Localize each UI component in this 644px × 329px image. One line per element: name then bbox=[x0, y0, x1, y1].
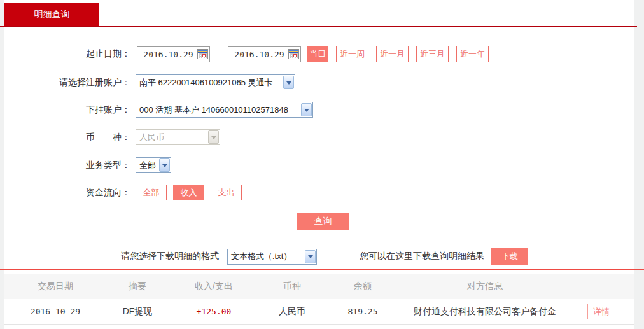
download-button-label: 下载 bbox=[501, 251, 518, 262]
download-format-label: 请您选择下载明细的格式 bbox=[121, 251, 219, 262]
sub-account-row: 下挂账户： 000 活期 基本户 1406600101102571848 bbox=[0, 102, 313, 118]
fund-flow-all-button[interactable]: 全部 bbox=[136, 185, 167, 200]
fund-flow-expense-button[interactable]: 支出 bbox=[211, 185, 242, 200]
chevron-down-icon bbox=[305, 250, 316, 263]
currency-select: 人民币 bbox=[136, 129, 220, 145]
header-counterparty: 对方信息 bbox=[401, 281, 569, 292]
header-balance: 余额 bbox=[325, 281, 401, 292]
chevron-down-icon bbox=[283, 76, 294, 89]
currency-value: 人民币 bbox=[136, 132, 220, 143]
business-type-row: 业务类型： 全部 bbox=[0, 157, 171, 173]
cell-amount: +125.00 bbox=[168, 307, 260, 316]
quick-range-week-button[interactable]: 近一周 bbox=[336, 46, 368, 62]
header-summary: 摘要 bbox=[107, 281, 168, 292]
detail-query-page: 明细查询 起止日期： 2016.10.29 — 2016.10.29 当日 近一… bbox=[0, 0, 644, 329]
table-header: 交易日期 摘要 收入/支出 币种 余额 对方信息 bbox=[4, 274, 634, 299]
currency-row: 币 种： 人民币 bbox=[0, 129, 220, 145]
chevron-down-icon bbox=[159, 158, 170, 172]
tab-detail-query[interactable]: 明细查询 bbox=[4, 3, 99, 26]
detail-button[interactable]: 详情 bbox=[587, 304, 615, 319]
tab-underline bbox=[0, 26, 637, 27]
fund-flow-option-label: 收入 bbox=[181, 187, 197, 199]
register-account-row: 请选择注册账户： 南平 6222001406100921065 灵通卡 bbox=[0, 74, 295, 90]
end-date-input[interactable]: 2016.10.29 bbox=[228, 46, 301, 62]
date-separator: — bbox=[214, 49, 223, 59]
fund-flow-option-label: 全部 bbox=[143, 187, 160, 199]
fund-flow-row: 资金流向： 全部 收入 支出 bbox=[0, 185, 242, 200]
quick-range-label: 近一周 bbox=[340, 48, 365, 60]
register-account-value: 南平 6222001406100921065 灵通卡 bbox=[136, 77, 295, 88]
download-format-select[interactable]: 文本格式（.txt） bbox=[227, 249, 317, 265]
quick-range-label: 近一年 bbox=[460, 48, 485, 60]
header-date: 交易日期 bbox=[4, 281, 107, 292]
business-type-select[interactable]: 全部 bbox=[136, 157, 171, 173]
table-separator-line bbox=[0, 269, 644, 270]
cell-date: 2016-10-29 bbox=[4, 307, 107, 316]
cell-balance: 819.25 bbox=[325, 307, 401, 316]
calendar-icon[interactable] bbox=[288, 49, 299, 59]
quick-range-label: 近三月 bbox=[420, 48, 445, 60]
date-range-label: 起止日期： bbox=[0, 48, 130, 60]
download-row: 请您选择下载明细的格式 文本格式（.txt） 您可以在这里下载查询明细结果 下载 bbox=[121, 248, 528, 265]
tab-label: 明细查询 bbox=[34, 9, 70, 20]
register-account-select[interactable]: 南平 6222001406100921065 灵通卡 bbox=[136, 74, 295, 90]
cell-action: 详情 bbox=[569, 304, 634, 319]
quick-range-label: 当日 bbox=[309, 48, 326, 60]
download-hint: 您可以在这里下载查询明细结果 bbox=[360, 251, 484, 262]
quick-range-label: 近一月 bbox=[380, 48, 405, 60]
end-date-value: 2016.10.29 bbox=[230, 50, 288, 59]
fund-flow-income-button[interactable]: 收入 bbox=[173, 185, 204, 200]
sub-account-select[interactable]: 000 活期 基本户 1406600101102571848 bbox=[136, 102, 313, 118]
query-button-label: 查询 bbox=[314, 216, 332, 227]
start-date-value: 2016.10.29 bbox=[139, 50, 197, 59]
currency-label: 币 种： bbox=[0, 132, 130, 143]
cell-summary: DF提现 bbox=[107, 306, 168, 318]
cell-currency: 人民币 bbox=[260, 306, 325, 318]
header-currency: 币种 bbox=[260, 281, 325, 292]
quick-range-month-button[interactable]: 近一月 bbox=[376, 46, 409, 62]
sub-account-value: 000 活期 基本户 1406600101102571848 bbox=[136, 104, 312, 116]
chevron-down-icon bbox=[301, 103, 312, 116]
table-row: 2016-10-29 DF提现 +125.00 人民币 819.25 财付通支付… bbox=[4, 299, 634, 325]
start-date-input[interactable]: 2016.10.29 bbox=[137, 46, 210, 62]
date-range-row: 起止日期： 2016.10.29 — 2016.10.29 当日 近一周 近一月… bbox=[0, 46, 489, 62]
register-account-label: 请选择注册账户： bbox=[0, 77, 130, 88]
query-button[interactable]: 查询 bbox=[297, 213, 349, 230]
quick-range-3months-button[interactable]: 近三月 bbox=[416, 46, 449, 62]
cell-counterparty: 财付通支付科技有限公司客户备付金 bbox=[401, 306, 569, 318]
chevron-down-icon bbox=[208, 130, 219, 144]
header-amount: 收入/支出 bbox=[168, 281, 260, 292]
fund-flow-label: 资金流向： bbox=[0, 187, 130, 199]
fund-flow-option-label: 支出 bbox=[218, 187, 235, 199]
business-type-label: 业务类型： bbox=[0, 160, 130, 171]
detail-button-label: 详情 bbox=[593, 306, 610, 318]
download-format-value: 文本格式（.txt） bbox=[228, 251, 316, 262]
sub-account-label: 下挂账户： bbox=[0, 104, 130, 116]
quick-range-year-button[interactable]: 近一年 bbox=[456, 46, 489, 62]
calendar-icon[interactable] bbox=[197, 49, 208, 59]
download-button[interactable]: 下载 bbox=[491, 248, 528, 265]
quick-range-today-button[interactable]: 当日 bbox=[307, 46, 328, 62]
